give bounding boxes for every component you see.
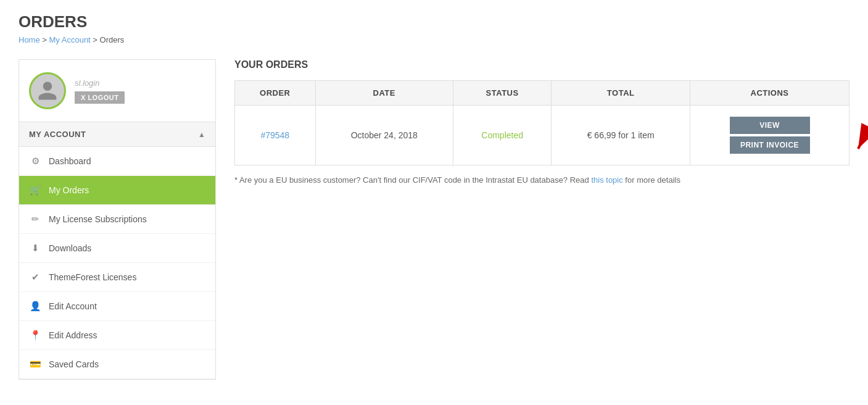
username: sl.login bbox=[75, 78, 125, 88]
avatar bbox=[29, 72, 66, 109]
sidebar-section-title: MY ACCOUNT bbox=[29, 130, 86, 139]
check-icon: ✔ bbox=[29, 272, 41, 283]
col-date: DATE bbox=[315, 81, 453, 106]
col-actions: ACTIONS bbox=[690, 81, 849, 106]
sidebar-item-label: Dashboard bbox=[49, 156, 91, 166]
orders-table: ORDER DATE STATUS TOTAL ACTIONS #79548 bbox=[234, 80, 849, 165]
table-row: #79548 October 24, 2018 Completed € 66,9… bbox=[235, 106, 849, 165]
sidebar-nav: ⚙ Dashboard 🛒 My Orders ✏ My License Sub… bbox=[19, 147, 215, 379]
breadcrumb-current: Orders bbox=[100, 35, 125, 44]
footnote: * Are you a EU business customer? Can't … bbox=[234, 175, 849, 185]
col-order: ORDER bbox=[235, 81, 316, 106]
user-avatar-icon bbox=[36, 80, 59, 102]
footnote-suffix: for more details bbox=[625, 175, 680, 185]
footnote-text: * Are you a EU business customer? Can't … bbox=[234, 175, 589, 185]
sidebar-item-label: ThemeForest Licenses bbox=[49, 272, 136, 282]
cart-icon: 🛒 bbox=[29, 185, 41, 196]
sidebar-item-label: Downloads bbox=[49, 243, 91, 253]
gear-icon: ⚙ bbox=[29, 156, 41, 167]
download-icon: ⬇ bbox=[29, 243, 41, 254]
orders-section-title: YOUR ORDERS bbox=[234, 59, 849, 70]
order-number: #79548 bbox=[235, 106, 316, 165]
svg-line-1 bbox=[858, 118, 868, 149]
col-total: TOTAL bbox=[552, 81, 690, 106]
order-actions: VIEW PRINT INVOICE bbox=[690, 106, 849, 165]
user-icon: 👤 bbox=[29, 301, 41, 312]
edit-icon: ✏ bbox=[29, 214, 41, 225]
orders-table-head: ORDER DATE STATUS TOTAL ACTIONS bbox=[235, 81, 849, 106]
content-area: YOUR ORDERS ORDER DATE STATUS TOTAL ACTI… bbox=[234, 59, 849, 185]
order-status: Completed bbox=[453, 106, 551, 165]
print-invoice-button[interactable]: PRINT INVOICE bbox=[730, 136, 810, 154]
sidebar-item-downloads[interactable]: ⬇ Downloads bbox=[19, 234, 215, 263]
footnote-link[interactable]: this topic bbox=[591, 175, 622, 185]
breadcrumb-sep2: > bbox=[93, 35, 99, 44]
sidebar-item-label: My Orders bbox=[49, 185, 89, 195]
order-date: October 24, 2018 bbox=[315, 106, 453, 165]
orders-table-body: #79548 October 24, 2018 Completed € 66,9… bbox=[235, 106, 849, 165]
sidebar-item-edit-account[interactable]: 👤 Edit Account bbox=[19, 292, 215, 321]
sidebar: sl.login X LOGOUT MY ACCOUNT ▲ ⚙ Dashboa… bbox=[19, 59, 216, 380]
sidebar-item-edit-address[interactable]: 📍 Edit Address bbox=[19, 321, 215, 350]
sidebar-item-label: Edit Address bbox=[49, 330, 97, 340]
actions-cell: VIEW PRINT INVOICE bbox=[700, 117, 839, 154]
breadcrumb-my-account[interactable]: My Account bbox=[49, 35, 91, 44]
sidebar-item-label: Edit Account bbox=[49, 301, 97, 311]
page-title: ORDERS bbox=[19, 12, 849, 31]
status-badge: Completed bbox=[481, 130, 523, 140]
sidebar-item-themeforest-licenses[interactable]: ✔ ThemeForest Licenses bbox=[19, 263, 215, 292]
arrow-annotation bbox=[846, 112, 868, 155]
chevron-up-icon: ▲ bbox=[198, 130, 205, 139]
card-icon: 💳 bbox=[29, 359, 41, 370]
order-total: € 66,99 for 1 item bbox=[552, 106, 690, 165]
sidebar-item-label: Saved Cards bbox=[49, 359, 99, 369]
breadcrumb-sep1: > bbox=[42, 35, 49, 44]
sidebar-item-license-subscriptions[interactable]: ✏ My License Subscriptions bbox=[19, 205, 215, 234]
logout-button[interactable]: X LOGOUT bbox=[75, 91, 125, 104]
sidebar-item-label: My License Subscriptions bbox=[49, 214, 147, 224]
sidebar-item-my-orders[interactable]: 🛒 My Orders bbox=[19, 176, 215, 205]
sidebar-item-saved-cards[interactable]: 💳 Saved Cards bbox=[19, 350, 215, 379]
profile-info: sl.login X LOGOUT bbox=[75, 78, 125, 104]
red-arrow-icon bbox=[846, 112, 868, 161]
sidebar-profile: sl.login X LOGOUT bbox=[19, 60, 215, 122]
order-link[interactable]: #79548 bbox=[260, 130, 289, 140]
col-status: STATUS bbox=[453, 81, 551, 106]
view-button[interactable]: VIEW bbox=[730, 117, 810, 134]
breadcrumb-home[interactable]: Home bbox=[19, 35, 40, 44]
location-icon: 📍 bbox=[29, 330, 41, 341]
sidebar-item-dashboard[interactable]: ⚙ Dashboard bbox=[19, 147, 215, 176]
sidebar-section-header: MY ACCOUNT ▲ bbox=[19, 122, 215, 147]
breadcrumb: Home > My Account > Orders bbox=[19, 35, 849, 44]
